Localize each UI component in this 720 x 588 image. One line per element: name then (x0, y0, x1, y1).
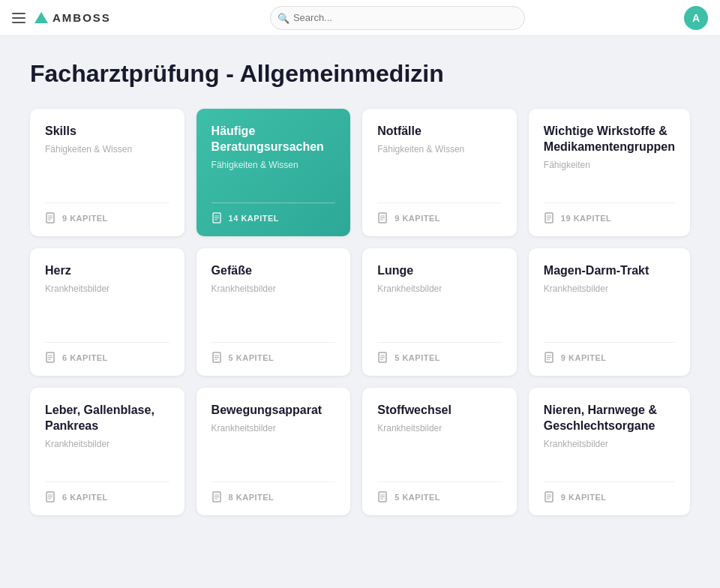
card-subtitle-magen: Krankheitsbilder (544, 284, 675, 294)
card-herz[interactable]: Herz Krankheitsbilder 6 KAPITEL (30, 248, 184, 376)
card-subtitle-stoffwechsel: Krankheitsbilder (377, 423, 502, 434)
card-subtitle-haeufige: Fähigkeiten & Wissen (212, 160, 336, 170)
card-title-lunge: Lunge (377, 263, 502, 279)
card-nieren[interactable]: Nieren, Harnwege & Geschlechtsorgane Kra… (529, 388, 690, 515)
card-magen[interactable]: Magen-Darm-Trakt Krankheitsbilder 9 KAPI… (529, 248, 690, 376)
chapter-icon-wirkstoffe (544, 212, 556, 224)
card-subtitle-lunge: Krankheitsbilder (377, 284, 502, 294)
card-subtitle-gefaesse: Krankheitsbilder (212, 284, 336, 294)
chapter-icon-stoffwechsel (377, 491, 389, 503)
card-footer-nieren: 9 KAPITEL (544, 482, 675, 503)
card-chapters-leber: 6 KAPITEL (62, 493, 108, 502)
card-chapters-stoffwechsel: 5 KAPITEL (394, 493, 440, 502)
card-title-gefaesse: Gefäße (212, 263, 336, 279)
card-bewegung[interactable]: Bewegungsapparat Krankheitsbilder 8 KAPI… (196, 388, 351, 515)
card-footer-notfaelle: 9 KAPITEL (377, 202, 502, 224)
card-subtitle-leber: Krankheitsbilder (45, 439, 170, 449)
search-input[interactable] (270, 6, 525, 30)
card-subtitle-notfaelle: Fähigkeiten & Wissen (377, 144, 502, 154)
search-input-wrapper: 🔍 (270, 6, 525, 30)
card-title-leber: Leber, Gallenblase, Pankreas (45, 403, 170, 434)
card-footer-herz: 6 KAPITEL (45, 342, 170, 364)
card-title-notfaelle: Notfälle (377, 124, 502, 140)
card-subtitle-herz: Krankheitsbilder (45, 284, 170, 294)
card-title-bewegung: Bewegungsapparat (212, 403, 336, 418)
search-icon: 🔍 (278, 12, 290, 23)
header-left: AMBOSS (12, 11, 111, 24)
card-title-nieren: Nieren, Harnwege & Geschlechtsorgane (544, 403, 675, 434)
card-chapters-skills: 9 KAPITEL (62, 214, 108, 223)
chapter-icon-haeufige (212, 212, 224, 224)
card-subtitle-skills: Fähigkeiten & Wissen (45, 144, 170, 154)
card-footer-gefaesse: 5 KAPITEL (212, 342, 336, 364)
card-title-skills: Skills (45, 124, 170, 140)
card-footer-magen: 9 KAPITEL (544, 342, 675, 364)
chapter-icon-notfaelle (377, 212, 389, 224)
chapter-icon-herz (45, 352, 57, 364)
logo[interactable]: AMBOSS (34, 11, 111, 24)
card-wirkstoffe[interactable]: Wichtige Wirkstoffe & Medikamentengruppe… (529, 109, 690, 236)
card-gefaesse[interactable]: Gefäße Krankheitsbilder 5 KAPITEL (196, 248, 351, 376)
avatar[interactable]: A (684, 6, 708, 30)
card-footer-lunge: 5 KAPITEL (377, 342, 502, 364)
card-chapters-magen: 9 KAPITEL (561, 353, 607, 362)
search-bar: 🔍 (111, 6, 684, 30)
card-title-herz: Herz (45, 263, 170, 279)
card-footer-skills: 9 KAPITEL (45, 202, 170, 224)
card-notfaelle[interactable]: Notfälle Fähigkeiten & Wissen 9 KAPITEL (362, 109, 517, 236)
main-content: Facharztprüfung - Allgemeinmedizin Skill… (0, 36, 720, 545)
card-chapters-haeufige: 14 KAPITEL (229, 214, 279, 223)
card-lunge[interactable]: Lunge Krankheitsbilder 5 KAPITEL (362, 248, 517, 376)
chapter-icon-gefaesse (212, 352, 224, 364)
card-subtitle-bewegung: Krankheitsbilder (212, 423, 336, 434)
card-footer-leber: 6 KAPITEL (45, 482, 170, 503)
page-title: Facharztprüfung - Allgemeinmedizin (30, 60, 690, 88)
header: AMBOSS 🔍 A (0, 0, 720, 36)
card-footer-stoffwechsel: 5 KAPITEL (377, 482, 502, 503)
card-chapters-lunge: 5 KAPITEL (394, 353, 440, 362)
card-title-haeufige: Häufige Beratungsursachen (212, 124, 336, 155)
card-subtitle-nieren: Krankheitsbilder (544, 439, 675, 449)
hamburger-menu-icon[interactable] (12, 13, 26, 23)
chapter-icon-magen (544, 352, 556, 364)
chapter-icon-bewegung (212, 491, 224, 503)
card-chapters-notfaelle: 9 KAPITEL (394, 214, 440, 223)
card-leber[interactable]: Leber, Gallenblase, Pankreas Krankheitsb… (30, 388, 184, 515)
card-chapters-nieren: 9 KAPITEL (561, 493, 607, 502)
cards-grid: Skills Fähigkeiten & Wissen 9 KAPITEL Hä… (30, 109, 690, 515)
card-chapters-herz: 6 KAPITEL (62, 353, 108, 362)
card-title-stoffwechsel: Stoffwechsel (377, 403, 502, 418)
card-footer-haeufige: 14 KAPITEL (212, 202, 336, 224)
chapter-icon-lunge (377, 352, 389, 364)
card-footer-bewegung: 8 KAPITEL (212, 482, 336, 503)
card-title-magen: Magen-Darm-Trakt (544, 263, 675, 279)
card-chapters-wirkstoffe: 19 KAPITEL (561, 214, 611, 223)
logo-triangle-icon (34, 12, 48, 23)
card-haeufige[interactable]: Häufige Beratungsursachen Fähigkeiten & … (196, 109, 351, 236)
chapter-icon-leber (45, 491, 57, 503)
chapter-icon-skills (45, 212, 57, 224)
card-footer-wirkstoffe: 19 KAPITEL (544, 202, 675, 224)
card-stoffwechsel[interactable]: Stoffwechsel Krankheitsbilder 5 KAPITEL (362, 388, 517, 515)
card-chapters-bewegung: 8 KAPITEL (229, 493, 274, 502)
card-subtitle-wirkstoffe: Fähigkeiten (544, 160, 675, 170)
logo-text: AMBOSS (52, 11, 111, 24)
card-title-wirkstoffe: Wichtige Wirkstoffe & Medikamentengruppe… (544, 124, 675, 155)
card-skills[interactable]: Skills Fähigkeiten & Wissen 9 KAPITEL (30, 109, 184, 236)
chapter-icon-nieren (544, 491, 556, 503)
card-chapters-gefaesse: 5 KAPITEL (229, 353, 274, 362)
